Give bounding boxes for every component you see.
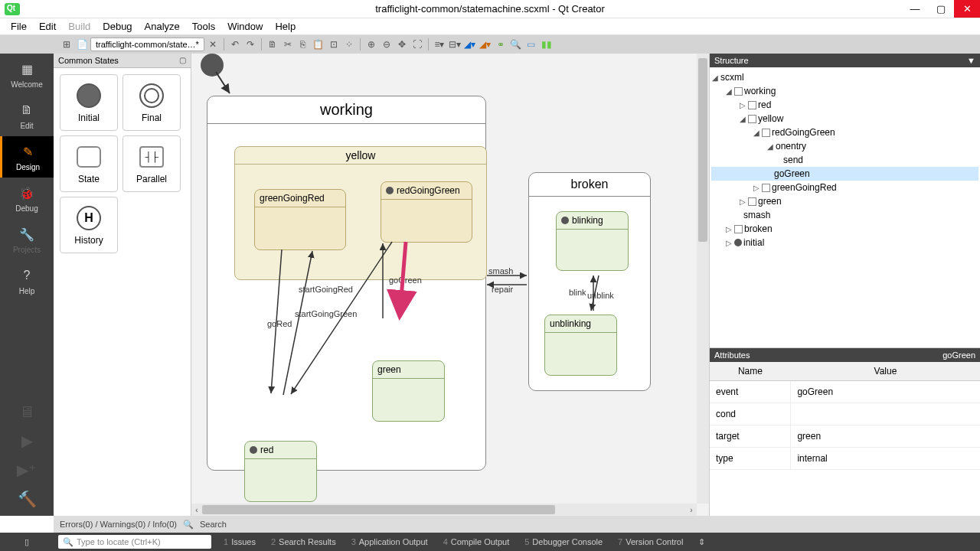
menu-build[interactable]: Build <box>62 19 96 34</box>
panel-toggle-icon[interactable]: ▯ <box>24 537 29 547</box>
label-goGreen: goGreen <box>389 276 422 285</box>
palette-parallel[interactable]: ┤├Parallel <box>122 135 181 192</box>
search-icon[interactable]: 🔍 <box>509 37 523 51</box>
state-greenGoingRed[interactable]: greenGoingRed <box>254 189 346 250</box>
color2-icon[interactable]: ◢▾ <box>479 37 492 51</box>
left-sidebar: ▦Welcome 🗎Edit ✎Design 🐞Debug 🔧Projects … <box>0 54 54 516</box>
nav-projects[interactable]: 🔧Projects <box>0 219 54 260</box>
nav-debug[interactable]: 🐞Debug <box>0 178 54 219</box>
tab-search-results[interactable]: 2Search Results <box>263 537 344 546</box>
attr-row[interactable]: typeinternal <box>710 448 980 470</box>
build-icon[interactable]: 🔨 <box>18 490 37 508</box>
nav-design[interactable]: ✎Design <box>0 136 54 178</box>
tab-debugger[interactable]: 5Debugger Console <box>517 537 610 546</box>
tab-version-control[interactable]: 7Version Control <box>610 537 691 546</box>
filter-icon[interactable]: ▼ <box>967 56 975 65</box>
state-broken[interactable]: broken blinking unblinking <box>528 172 651 391</box>
statusbar: ▯ 🔍Type to locate (Ctrl+K) 1Issues 2Sear… <box>0 533 980 551</box>
menu-file[interactable]: File <box>5 19 33 34</box>
split-icon[interactable]: ⊞ <box>60 37 74 51</box>
structure-tree[interactable]: ◢scxml ◢working ▷red ◢yellow ◢redGoingGr… <box>710 67 980 347</box>
undo-icon[interactable]: ↶ <box>228 37 242 51</box>
palette-history[interactable]: HHistory <box>60 197 118 253</box>
svg-line-0 <box>216 72 230 93</box>
menu-tools[interactable]: Tools <box>186 19 221 34</box>
run-debug-icon[interactable]: ▶⁺ <box>17 461 37 479</box>
fit-icon[interactable]: ⛶ <box>410 37 424 51</box>
menu-debug[interactable]: Debug <box>96 19 138 34</box>
run-icon[interactable]: ▶ <box>21 432 33 450</box>
menu-analyze[interactable]: Analyze <box>139 19 186 34</box>
attr-row[interactable]: targetgreen <box>710 425 980 448</box>
attr-row[interactable]: eventgoGreen <box>710 381 980 403</box>
locator-input[interactable]: 🔍Type to locate (Ctrl+K) <box>58 535 211 549</box>
state-redGoingGreen[interactable]: redGoingGreen <box>381 181 472 243</box>
pencil-icon: ✎ <box>19 142 38 161</box>
zoomin-icon[interactable]: ⊕ <box>364 37 378 51</box>
palette-header: Common States <box>54 54 191 68</box>
menu-edit[interactable]: Edit <box>33 19 62 34</box>
save-icon[interactable]: 🗎 <box>266 37 279 51</box>
palette-initial[interactable]: Initial <box>60 74 118 131</box>
cut-icon[interactable]: ✂ <box>281 37 295 51</box>
copy-icon[interactable]: ⎘ <box>296 37 310 51</box>
palette-state[interactable]: State <box>60 135 118 192</box>
close-button[interactable]: ✕ <box>954 0 980 18</box>
tab-compile-output[interactable]: 4Compile Output <box>436 537 518 546</box>
palette-panel: Common States Initial Final State ┤├Para… <box>54 54 191 516</box>
col-name: Name <box>710 362 791 381</box>
image-icon[interactable]: ⊡ <box>327 37 341 51</box>
nav-welcome[interactable]: ▦Welcome <box>0 54 54 95</box>
attach-icon[interactable]: ⚭ <box>494 37 508 51</box>
adjust-icon[interactable]: ⊟▾ <box>448 37 462 51</box>
search-icon[interactable]: 🔍 <box>183 520 194 530</box>
align-icon[interactable]: ≡▾ <box>433 37 446 51</box>
doc-icon[interactable]: 📄 <box>75 37 89 51</box>
state-yellow[interactable]: yellow greenGoingRed redGoingGreen <box>234 146 487 280</box>
monitor-icon[interactable]: 🖥 <box>19 403 34 421</box>
paste-icon[interactable]: 📋 <box>312 37 325 51</box>
init-dot-icon <box>386 187 394 194</box>
right-panel: Structure▼ ◢scxml ◢working ▷red ◢yellow … <box>709 54 980 516</box>
pan-icon[interactable]: ✥ <box>395 37 409 51</box>
grid-icon[interactable]: ⁘ <box>342 37 356 51</box>
initial-node[interactable] <box>201 54 224 77</box>
state-working[interactable]: working yellow greenGoingRed redGoingGre… <box>207 96 486 471</box>
nav-edit[interactable]: 🗎Edit <box>0 95 54 136</box>
state-blinking[interactable]: blinking <box>556 211 629 271</box>
zoomout-icon[interactable]: ⊖ <box>380 37 394 51</box>
canvas[interactable]: working yellow greenGoingRed redGoingGre… <box>191 54 709 516</box>
menu-window[interactable]: Window <box>221 19 269 34</box>
state-red[interactable]: red <box>244 441 317 502</box>
nav-help[interactable]: ?Help <box>0 260 54 302</box>
attr-row[interactable]: cond <box>710 403 980 425</box>
wrench-icon: 🔧 <box>18 225 36 243</box>
expand-icon[interactable]: ⇕ <box>691 537 713 547</box>
label-smash: smash <box>488 266 513 276</box>
palette-final[interactable]: Final <box>122 74 181 131</box>
state-unblinking[interactable]: unblinking <box>544 315 617 376</box>
search-label[interactable]: Search <box>200 520 227 529</box>
label-blink: blink <box>569 288 586 297</box>
horizontal-scrollbar[interactable]: ‹› <box>191 504 697 516</box>
minimize-button[interactable]: — <box>902 0 928 18</box>
menubar: File Edit Build Debug Analyze Tools Wind… <box>0 18 980 35</box>
stats-icon[interactable]: ▮▮ <box>540 37 554 51</box>
window-title: trafficlight-common/statemachine.scxml -… <box>375 3 605 15</box>
tab-app-output[interactable]: 3Application Output <box>344 537 436 546</box>
edit-icon: 🗎 <box>18 101 36 119</box>
redo-icon[interactable]: ↷ <box>243 37 257 51</box>
attributes-panel: AttributesgoGreen NameValue eventgoGreen… <box>710 347 980 516</box>
tab-issues[interactable]: 1Issues <box>216 537 263 546</box>
color1-icon[interactable]: ◢▾ <box>463 37 477 51</box>
label-goRed: goRed <box>267 319 292 328</box>
maximize-button[interactable]: ▢ <box>928 0 954 18</box>
screen-icon[interactable]: ▭ <box>524 37 538 51</box>
init-dot-icon <box>561 217 569 224</box>
menu-help[interactable]: Help <box>269 19 302 34</box>
vertical-scrollbar[interactable] <box>697 54 709 504</box>
state-green[interactable]: green <box>372 360 445 422</box>
close-doc-icon[interactable]: ✕ <box>206 37 220 51</box>
document-tab[interactable]: trafficlight-common/state…* <box>90 37 204 51</box>
label-unblink: unblink <box>587 291 614 300</box>
